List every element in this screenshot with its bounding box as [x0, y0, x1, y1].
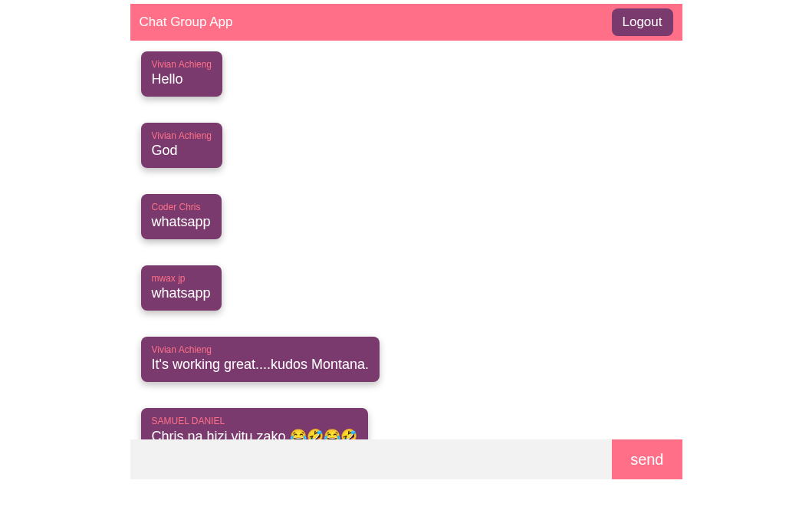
message-text: Hello [152, 71, 212, 87]
message-row: Vivian Achieng Hello [141, 51, 672, 123]
message-row: Coder Chris whatsapp [141, 194, 672, 265]
logout-button[interactable]: Logout [612, 8, 673, 36]
app-title: Chat Group App [140, 15, 233, 30]
message-text: whatsapp [152, 214, 211, 230]
message-bubble: Vivian Achieng Hello [141, 51, 223, 97]
message-bubble: Vivian Achieng God [141, 123, 223, 168]
message-text: God [152, 143, 212, 159]
chat-app: Chat Group App Logout Vivian Achieng Hel… [130, 4, 682, 479]
message-author: Coder Chris [152, 202, 211, 212]
message-author: SAMUEL DANIEL [152, 416, 357, 426]
message-bubble: Coder Chris whatsapp [141, 194, 222, 239]
message-input[interactable] [130, 439, 613, 479]
message-author: mwax jp [152, 273, 211, 284]
message-bubble: mwax jp whatsapp [141, 265, 222, 311]
message-row: Vivian Achieng God [141, 123, 672, 194]
message-compose-area: send [130, 439, 682, 479]
message-row: Vivian Achieng It's working great....kud… [141, 337, 672, 408]
message-author: Vivian Achieng [152, 344, 370, 355]
app-header: Chat Group App Logout [130, 4, 682, 41]
message-bubble: Vivian Achieng It's working great....kud… [141, 337, 380, 382]
message-author: Vivian Achieng [152, 130, 212, 141]
message-row: SAMUEL DANIEL Chris na hizi vitu zako 😂🤣… [141, 408, 672, 439]
message-text: It's working great....kudos Montana. [152, 357, 370, 373]
message-bubble: SAMUEL DANIEL Chris na hizi vitu zako 😂🤣… [141, 408, 368, 439]
send-button[interactable]: send [612, 439, 682, 479]
message-author: Vivian Achieng [152, 59, 212, 70]
message-text: whatsapp [152, 285, 211, 301]
message-text: Chris na hizi vitu zako 😂🤣😂🤣 [152, 428, 357, 439]
messages-scroll-area[interactable]: Vivian Achieng Hello Vivian Achieng God … [130, 41, 682, 439]
message-row: mwax jp whatsapp [141, 265, 672, 337]
